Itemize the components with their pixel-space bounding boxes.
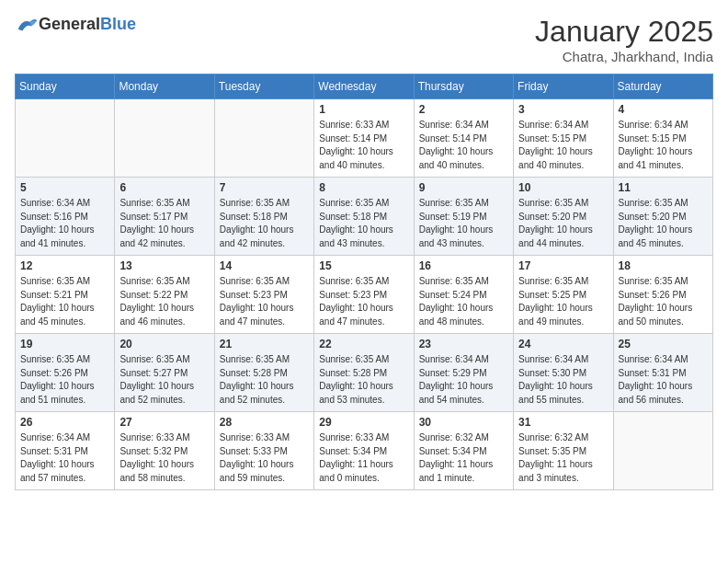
calendar-day-3: 3Sunrise: 6:34 AM Sunset: 5:15 PM Daylig… <box>514 99 613 178</box>
day-number: 11 <box>619 181 708 194</box>
calendar-day-8: 8Sunrise: 6:35 AM Sunset: 5:18 PM Daylig… <box>314 178 414 256</box>
weekday-header-wednesday: Wednesday <box>314 75 414 99</box>
day-number: 8 <box>319 181 408 194</box>
day-number: 16 <box>419 259 508 272</box>
calendar-day-17: 17Sunrise: 6:35 AM Sunset: 5:25 PM Dayli… <box>514 256 613 334</box>
day-number: 14 <box>220 259 309 272</box>
calendar-day-1: 1Sunrise: 6:33 AM Sunset: 5:14 PM Daylig… <box>314 99 414 178</box>
calendar-day-2: 2Sunrise: 6:34 AM Sunset: 5:14 PM Daylig… <box>414 99 513 178</box>
day-info: Sunrise: 6:35 AM Sunset: 5:27 PM Dayligh… <box>119 353 209 407</box>
day-number: 31 <box>518 416 608 429</box>
calendar-day-28: 28Sunrise: 6:33 AM Sunset: 5:33 PM Dayli… <box>214 412 313 490</box>
day-info: Sunrise: 6:35 AM Sunset: 5:22 PM Dayligh… <box>119 275 209 328</box>
day-info: Sunrise: 6:35 AM Sunset: 5:18 PM Dayligh… <box>319 197 408 250</box>
day-info: Sunrise: 6:34 AM Sunset: 5:15 PM Dayligh… <box>518 119 608 172</box>
weekday-header-monday: Monday <box>115 75 214 99</box>
calendar-day-30: 30Sunrise: 6:32 AM Sunset: 5:34 PM Dayli… <box>414 412 513 490</box>
day-info: Sunrise: 6:35 AM Sunset: 5:18 PM Dayligh… <box>220 197 309 250</box>
calendar-week-row: 26Sunrise: 6:34 AM Sunset: 5:31 PM Dayli… <box>16 412 713 490</box>
calendar-day-16: 16Sunrise: 6:35 AM Sunset: 5:24 PM Dayli… <box>414 256 513 334</box>
day-info: Sunrise: 6:35 AM Sunset: 5:19 PM Dayligh… <box>419 197 508 250</box>
day-number: 19 <box>20 338 109 350</box>
day-info: Sunrise: 6:35 AM Sunset: 5:23 PM Dayligh… <box>319 275 408 328</box>
calendar-empty-cell <box>115 99 214 178</box>
calendar-day-4: 4Sunrise: 6:34 AM Sunset: 5:15 PM Daylig… <box>613 99 712 178</box>
weekday-header-saturday: Saturday <box>613 75 712 99</box>
day-info: Sunrise: 6:35 AM Sunset: 5:17 PM Dayligh… <box>119 197 209 250</box>
day-info: Sunrise: 6:35 AM Sunset: 5:28 PM Dayligh… <box>220 353 309 407</box>
day-info: Sunrise: 6:35 AM Sunset: 5:24 PM Dayligh… <box>419 275 508 328</box>
day-number: 24 <box>518 338 608 350</box>
day-info: Sunrise: 6:35 AM Sunset: 5:26 PM Dayligh… <box>20 353 109 407</box>
logo-blue-text: Blue <box>100 15 136 34</box>
month-title: January 2025 <box>535 15 713 49</box>
title-block: January 2025 Chatra, Jharkhand, India <box>535 15 713 64</box>
calendar-day-6: 6Sunrise: 6:35 AM Sunset: 5:17 PM Daylig… <box>115 178 214 256</box>
weekday-header-row: SundayMondayTuesdayWednesdayThursdayFrid… <box>16 75 713 99</box>
day-number: 3 <box>518 103 608 116</box>
calendar-day-19: 19Sunrise: 6:35 AM Sunset: 5:26 PM Dayli… <box>16 334 115 412</box>
day-info: Sunrise: 6:34 AM Sunset: 5:31 PM Dayligh… <box>20 431 109 485</box>
day-info: Sunrise: 6:35 AM Sunset: 5:28 PM Dayligh… <box>319 353 408 407</box>
day-number: 28 <box>220 416 309 429</box>
calendar-week-row: 19Sunrise: 6:35 AM Sunset: 5:26 PM Dayli… <box>16 334 713 412</box>
calendar-week-row: 5Sunrise: 6:34 AM Sunset: 5:16 PM Daylig… <box>16 178 713 256</box>
weekday-header-tuesday: Tuesday <box>214 75 313 99</box>
logo-general-text: General <box>39 15 100 34</box>
day-info: Sunrise: 6:34 AM Sunset: 5:14 PM Dayligh… <box>419 119 508 172</box>
calendar-empty-cell <box>613 412 712 490</box>
calendar-week-row: 1Sunrise: 6:33 AM Sunset: 5:14 PM Daylig… <box>16 99 713 178</box>
calendar-day-31: 31Sunrise: 6:32 AM Sunset: 5:35 PM Dayli… <box>514 412 613 490</box>
day-number: 13 <box>119 259 209 272</box>
calendar-day-21: 21Sunrise: 6:35 AM Sunset: 5:28 PM Dayli… <box>214 334 313 412</box>
calendar-table: SundayMondayTuesdayWednesdayThursdayFrid… <box>15 74 713 490</box>
day-number: 20 <box>119 338 209 350</box>
day-info: Sunrise: 6:35 AM Sunset: 5:25 PM Dayligh… <box>518 275 608 328</box>
calendar-day-12: 12Sunrise: 6:35 AM Sunset: 5:21 PM Dayli… <box>16 256 115 334</box>
day-number: 18 <box>619 259 708 272</box>
calendar-week-row: 12Sunrise: 6:35 AM Sunset: 5:21 PM Dayli… <box>16 256 713 334</box>
day-info: Sunrise: 6:34 AM Sunset: 5:30 PM Dayligh… <box>518 353 608 407</box>
day-info: Sunrise: 6:32 AM Sunset: 5:34 PM Dayligh… <box>419 431 508 485</box>
weekday-header-sunday: Sunday <box>16 75 115 99</box>
calendar-day-14: 14Sunrise: 6:35 AM Sunset: 5:23 PM Dayli… <box>214 256 313 334</box>
day-number: 9 <box>419 181 508 194</box>
day-info: Sunrise: 6:33 AM Sunset: 5:32 PM Dayligh… <box>119 431 209 485</box>
day-info: Sunrise: 6:35 AM Sunset: 5:26 PM Dayligh… <box>619 275 708 328</box>
day-number: 22 <box>319 338 408 350</box>
day-number: 7 <box>220 181 309 194</box>
calendar-day-29: 29Sunrise: 6:33 AM Sunset: 5:34 PM Dayli… <box>314 412 414 490</box>
day-info: Sunrise: 6:33 AM Sunset: 5:34 PM Dayligh… <box>319 431 408 485</box>
day-number: 12 <box>20 259 109 272</box>
calendar-day-24: 24Sunrise: 6:34 AM Sunset: 5:30 PM Dayli… <box>514 334 613 412</box>
weekday-header-thursday: Thursday <box>414 75 513 99</box>
calendar-day-20: 20Sunrise: 6:35 AM Sunset: 5:27 PM Dayli… <box>115 334 214 412</box>
day-number: 26 <box>20 416 109 429</box>
day-info: Sunrise: 6:33 AM Sunset: 5:33 PM Dayligh… <box>220 431 309 485</box>
calendar-day-25: 25Sunrise: 6:34 AM Sunset: 5:31 PM Dayli… <box>613 334 712 412</box>
calendar-day-26: 26Sunrise: 6:34 AM Sunset: 5:31 PM Dayli… <box>16 412 115 490</box>
day-info: Sunrise: 6:34 AM Sunset: 5:16 PM Dayligh… <box>20 197 109 250</box>
day-info: Sunrise: 6:34 AM Sunset: 5:29 PM Dayligh… <box>419 353 508 407</box>
calendar-day-7: 7Sunrise: 6:35 AM Sunset: 5:18 PM Daylig… <box>214 178 313 256</box>
day-number: 29 <box>319 416 408 429</box>
weekday-header-friday: Friday <box>514 75 613 99</box>
logo-bird-icon <box>17 16 39 34</box>
day-info: Sunrise: 6:35 AM Sunset: 5:23 PM Dayligh… <box>220 275 309 328</box>
day-number: 15 <box>319 259 408 272</box>
day-number: 21 <box>220 338 309 350</box>
calendar-day-15: 15Sunrise: 6:35 AM Sunset: 5:23 PM Dayli… <box>314 256 414 334</box>
calendar-day-9: 9Sunrise: 6:35 AM Sunset: 5:19 PM Daylig… <box>414 178 513 256</box>
day-info: Sunrise: 6:34 AM Sunset: 5:31 PM Dayligh… <box>619 353 708 407</box>
day-number: 5 <box>20 181 109 194</box>
calendar-day-10: 10Sunrise: 6:35 AM Sunset: 5:20 PM Dayli… <box>514 178 613 256</box>
day-number: 25 <box>619 338 708 350</box>
day-number: 2 <box>419 103 508 116</box>
calendar-empty-cell <box>16 99 115 178</box>
day-info: Sunrise: 6:32 AM Sunset: 5:35 PM Dayligh… <box>518 431 608 485</box>
day-number: 6 <box>119 181 209 194</box>
calendar-day-13: 13Sunrise: 6:35 AM Sunset: 5:22 PM Dayli… <box>115 256 214 334</box>
day-number: 17 <box>518 259 608 272</box>
calendar-day-18: 18Sunrise: 6:35 AM Sunset: 5:26 PM Dayli… <box>613 256 712 334</box>
calendar-day-27: 27Sunrise: 6:33 AM Sunset: 5:32 PM Dayli… <box>115 412 214 490</box>
